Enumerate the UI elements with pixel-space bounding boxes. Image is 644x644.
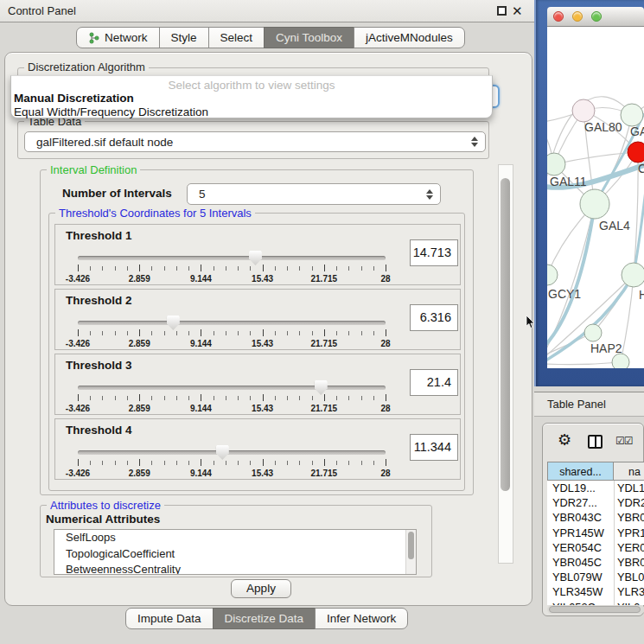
slider-track[interactable]	[78, 386, 386, 390]
table-row[interactable]: YLR345WYLR3	[547, 584, 644, 599]
threshold-value-field[interactable]: 6.316	[410, 304, 458, 331]
attribute-item-betweennesscentrality[interactable]: BetweennessCentrality	[54, 562, 416, 575]
table-h-scrollbar[interactable]	[547, 605, 644, 614]
slider-track[interactable]	[78, 450, 386, 455]
tab-cyni-toolbox[interactable]: Cyni Toolbox	[264, 27, 354, 48]
network-node-hap2[interactable]	[584, 324, 602, 341]
slider-thumb[interactable]	[315, 380, 328, 395]
table-row[interactable]: YBR045CYBR0	[547, 555, 644, 570]
close-traffic-light-icon[interactable]	[553, 11, 564, 22]
tab-discretize-data[interactable]: Discretize Data	[213, 608, 316, 629]
cell-shared-name[interactable]: YLR345W	[552, 584, 603, 599]
table-row[interactable]: YDR27...YDR2	[547, 495, 644, 510]
table-row[interactable]: YER054CYER0	[547, 540, 644, 555]
cell-name[interactable]: YBR0	[617, 510, 644, 525]
table-row[interactable]: YBR043CYBR0	[547, 510, 644, 525]
attributes-scrollbar[interactable]	[405, 530, 416, 574]
slider-thumb[interactable]	[216, 445, 229, 460]
attribute-item-topologicalcoefficient[interactable]: TopologicalCoefficient	[54, 546, 416, 563]
threshold-slider-3[interactable]: -3.4262.8599.14415.4321.71528	[78, 379, 386, 413]
threshold-slider-1[interactable]: -3.4262.8599.14415.4321.71528	[78, 249, 386, 284]
minor-tick	[127, 266, 128, 271]
cell-name[interactable]: YBR0	[617, 555, 644, 570]
table-rows: YDL19...YDL1YDR27...YDR2YBR043CYBR0YPR14…	[547, 481, 644, 605]
tab-style[interactable]: Style	[159, 27, 209, 48]
minor-tick	[348, 331, 349, 335]
network-node-unlabeled[interactable]	[612, 354, 629, 368]
cell-name[interactable]: YPR1	[617, 526, 644, 540]
gear-icon[interactable]: ⚙	[558, 430, 571, 450]
minor-tick	[238, 396, 239, 400]
threshold-value-field[interactable]: 21.4	[410, 369, 458, 396]
table-row[interactable]: YDL19...YDL1	[547, 481, 644, 495]
close-icon[interactable]: ✕	[512, 3, 523, 20]
tab-select[interactable]: Select	[208, 27, 265, 48]
popup-item-equal-width-frequency[interactable]: Equal Width/Frequency Discretization	[14, 105, 208, 118]
tick-label: -3.426	[66, 339, 90, 348]
columns-icon[interactable]	[588, 435, 603, 449]
cell-shared-name[interactable]: YBR045C	[552, 555, 602, 570]
node-label: HAP2	[590, 341, 622, 355]
major-tick	[386, 394, 386, 401]
table-h-scrollbar-thumb[interactable]	[549, 606, 641, 613]
apply-button[interactable]: Apply	[231, 579, 291, 598]
network-node-gal11[interactable]	[547, 153, 565, 175]
threshold-slider-2[interactable]: -3.4262.8599.14415.4321.71528	[78, 314, 386, 348]
cell-shared-name[interactable]: YDR27...	[552, 495, 597, 510]
algorithm-dropdown-popup: Select algorithm to view settings Manual…	[10, 75, 493, 118]
slider-track[interactable]	[78, 256, 386, 260]
cell-shared-name[interactable]: YBR043C	[552, 510, 602, 525]
network-node-gal4[interactable]	[580, 189, 609, 219]
network-node-gal80[interactable]	[572, 99, 595, 122]
panel-scrollbar[interactable]	[498, 164, 513, 564]
slider-track[interactable]	[78, 321, 386, 325]
cell-shared-name[interactable]: YDL19...	[552, 481, 596, 495]
tab-impute-data[interactable]: Impute Data	[125, 608, 214, 629]
tab-jactivemnodules[interactable]: jActiveMNodules	[354, 27, 465, 48]
minimize-traffic-light-icon[interactable]	[572, 11, 583, 22]
network-window-titlebar[interactable]	[547, 7, 644, 27]
numerical-attributes-list[interactable]: SelfLoopsTopologicalCoefficientBetweenne…	[54, 529, 417, 575]
cell-name[interactable]: YLR3	[617, 584, 644, 599]
float-window-icon[interactable]	[497, 6, 507, 16]
slider-thumb[interactable]	[249, 251, 262, 265]
threshold-slider-4[interactable]: -3.4262.8599.14415.4321.71528	[78, 443, 386, 478]
tab-infer-network[interactable]: Infer Network	[315, 608, 408, 629]
slider-thumb[interactable]	[167, 316, 180, 330]
column-header-name[interactable]: na	[614, 462, 644, 481]
checkboxes-icon[interactable]: ☑☑	[615, 435, 633, 447]
major-tick	[201, 459, 201, 466]
major-tick	[263, 394, 264, 401]
zoom-traffic-light-icon[interactable]	[591, 11, 602, 22]
threshold-value-field[interactable]: 14.713	[410, 239, 458, 266]
cell-shared-name[interactable]: YER054C	[552, 540, 602, 555]
network-node-gcy1[interactable]	[547, 265, 558, 285]
major-tick	[324, 329, 325, 336]
table-row[interactable]: YPR145WYPR1	[547, 526, 644, 540]
cell-name[interactable]: YDL1	[617, 481, 644, 495]
network-node-ga[interactable]	[621, 104, 643, 126]
network-node-c[interactable]	[628, 142, 644, 163]
attribute-item-selfloops[interactable]: SelfLoops	[54, 530, 416, 546]
cell-name[interactable]: YDR2	[617, 495, 644, 510]
table-row[interactable]: YBL079WYBL0	[547, 570, 644, 584]
cell-name[interactable]: YER0	[617, 540, 644, 555]
table-data-combobox[interactable]: galFiltered.sif default node	[24, 131, 486, 152]
tick-label: 2.859	[129, 469, 150, 478]
network-edge-thick	[634, 175, 644, 275]
cell-shared-name[interactable]: YPR145W	[552, 526, 604, 540]
interval-definition-title: Interval Definition	[47, 163, 140, 176]
minor-tick	[250, 396, 251, 400]
network-node-h[interactable]	[622, 263, 644, 287]
cell-shared-name[interactable]: YBL079W	[552, 570, 603, 584]
number-of-intervals-combobox[interactable]: 5	[187, 183, 441, 205]
cell-name[interactable]: YBL0	[617, 570, 644, 584]
tab-network[interactable]: Network	[76, 27, 160, 48]
threshold-value-field[interactable]: 11.344	[410, 434, 458, 461]
attributes-scrollbar-thumb[interactable]	[408, 532, 414, 559]
network-canvas[interactable]: GAL80GACGAL11GAL4GCY1HHAP2	[547, 27, 644, 368]
popup-item-manual-discretization[interactable]: Manual Discretization	[14, 92, 134, 105]
popup-placeholder-item[interactable]: Select algorithm to view settings	[11, 79, 492, 92]
panel-scrollbar-thumb[interactable]	[501, 178, 510, 491]
column-header-shared-name[interactable]: shared...	[547, 462, 614, 481]
